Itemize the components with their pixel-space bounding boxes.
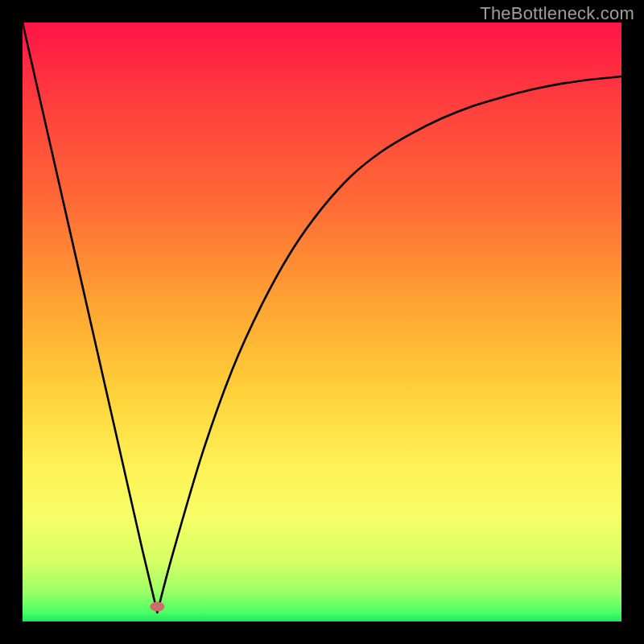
- watermark-text: TheBottleneck.com: [480, 3, 634, 24]
- plot-area: [23, 23, 621, 621]
- plot-border-bottom: [0, 621, 644, 644]
- cusp-marker: [150, 601, 164, 611]
- chart-svg: [23, 23, 621, 621]
- plot-border-right: [621, 0, 644, 644]
- plot-border-left: [0, 0, 23, 644]
- heat-background: [23, 23, 621, 621]
